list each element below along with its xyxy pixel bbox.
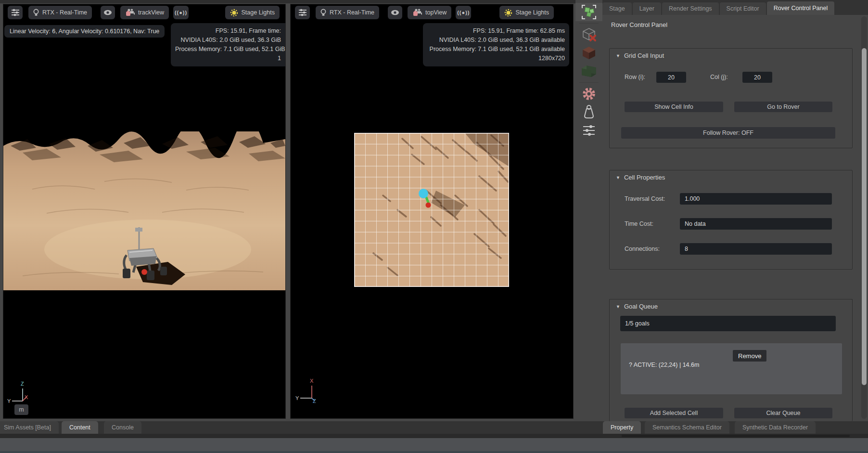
- collapse-triangle-icon[interactable]: ▼: [616, 304, 620, 309]
- stage-lights-label: Stage Lights: [516, 9, 549, 16]
- velocity-status-overlay: Linear Velocity: 6, Angular Velocity: 0.…: [4, 25, 165, 38]
- select-assets-button[interactable]: [575, 3, 602, 21]
- rover-position-marker: [141, 269, 147, 275]
- axis-y-label: Y: [295, 395, 299, 401]
- green-cube-icon: [581, 65, 597, 78]
- goal-list-item[interactable]: Remove ? ACTIVE: (22,24) | 14.6m: [621, 343, 842, 394]
- axis-x-label: X: [310, 378, 314, 384]
- viewport-trackview[interactable]: RTX - Real-Time trackView ((●)): [3, 4, 285, 418]
- brown-cube-icon: [581, 45, 597, 61]
- lightbulb-icon: [33, 9, 39, 17]
- stage-lights-button[interactable]: Stage Lights: [499, 6, 554, 19]
- viewport-topview[interactable]: RTX - Real-Time topView ((●)): [291, 4, 573, 418]
- section-header[interactable]: ▼ Grid Cell Input: [616, 52, 664, 59]
- stats-line-fps: FPS: 15.91, Frame time:: [175, 26, 281, 36]
- tab-console[interactable]: Console: [104, 421, 141, 434]
- section-goal-queue: ▼ Goal Queue 1/5 goals Remove ? ACTIVE: …: [609, 299, 853, 421]
- tab-semantics-schema-editor[interactable]: Semantics Schema Editor: [645, 421, 729, 434]
- tab-rover-control-panel[interactable]: Rover Control Panel: [767, 1, 835, 15]
- axis-gizmo: Y X Z: [294, 376, 323, 410]
- weight-icon: [582, 104, 596, 120]
- signal-button[interactable]: ((●)): [456, 6, 471, 19]
- panel-scrollbar-thumb[interactable]: [862, 48, 867, 385]
- visibility-button[interactable]: [101, 6, 115, 19]
- goal-marker: [419, 189, 428, 198]
- physics-side-toolbar: [575, 0, 603, 421]
- add-selected-cell-button[interactable]: Add Selected Cell: [625, 408, 723, 418]
- section-header-label: Cell Properties: [624, 174, 665, 181]
- window-bottom-edge: [0, 451, 868, 453]
- tab-property[interactable]: Property: [603, 421, 641, 434]
- cube-delete-icon: [581, 27, 597, 42]
- viewport-settings-button[interactable]: [8, 6, 23, 19]
- stats-line-gpu: NVIDIA L40S: 2.0 GiB used, 36.3 GiB avai…: [427, 36, 565, 45]
- unit-button[interactable]: m: [14, 404, 28, 415]
- stats-line-gpu: NVIDIA L40S: 2.0 GiB used, 36.3 GiB: [175, 36, 281, 45]
- content-browser-area: [0, 438, 868, 451]
- sliders-icon: [298, 9, 307, 16]
- tab-content[interactable]: Content: [62, 421, 98, 434]
- axis-z-label: Z: [21, 381, 24, 387]
- toolbar-separator: [579, 82, 599, 83]
- section-header-label: Grid Cell Input: [624, 52, 664, 59]
- stage-light-icon: [230, 9, 238, 17]
- signal-button[interactable]: ((●)): [173, 6, 189, 19]
- simulation-settings-button[interactable]: [575, 121, 602, 140]
- lightbulb-icon: [320, 9, 326, 17]
- tab-render-settings[interactable]: Render Settings: [662, 2, 719, 15]
- clear-queue-button[interactable]: Clear Queue: [734, 408, 832, 418]
- camera-icon: [412, 9, 422, 16]
- fps-stats-overlay: FPS: 15.91, Frame time: NVIDIA L40S: 2.0…: [171, 23, 285, 66]
- physics-settings-button[interactable]: [575, 85, 602, 103]
- fps-stats-overlay: FPS: 15.91, Frame time: 62.85 ms NVIDIA …: [423, 23, 569, 66]
- collapse-triangle-icon[interactable]: ▼: [616, 175, 620, 180]
- tab-sim-assets[interactable]: Sim Assets [Beta]: [0, 421, 59, 434]
- stage-lights-button[interactable]: Stage Lights: [225, 6, 280, 19]
- panel-tab-bar: Stage Layer Render Settings Script Edito…: [602, 0, 868, 15]
- rigid-body-button[interactable]: [575, 44, 602, 62]
- viewport-toolbar: RTX - Real-Time topView ((●)): [291, 6, 573, 20]
- select-assets-icon: [581, 4, 597, 20]
- mass-properties-button[interactable]: [575, 103, 602, 121]
- panel-scrollbar[interactable]: [861, 16, 867, 419]
- panel-title: Rover Control Panel: [611, 21, 667, 28]
- follow-rover-button[interactable]: Follow Rover: OFF: [621, 127, 835, 139]
- connections-field[interactable]: 8: [680, 243, 832, 255]
- tab-script-editor[interactable]: Script Editor: [720, 2, 766, 15]
- go-to-rover-button[interactable]: Go to Rover: [734, 102, 832, 112]
- row-input[interactable]: 20: [656, 72, 686, 83]
- stats-line-resolution: 1280x720: [427, 54, 565, 63]
- delete-prim-button[interactable]: [575, 26, 602, 44]
- time-cost-field[interactable]: No data: [680, 218, 832, 230]
- col-input[interactable]: 20: [742, 72, 772, 83]
- property-panel-hscrollbar[interactable]: [622, 435, 850, 437]
- section-header[interactable]: ▼ Cell Properties: [616, 174, 665, 181]
- rover-model: [122, 226, 187, 291]
- goal-item-text: ? ACTIVE: (22,24) | 14.6m: [629, 362, 699, 368]
- terrain-grid-map[interactable]: [354, 133, 509, 287]
- show-cell-info-button[interactable]: Show Cell Info: [625, 102, 723, 112]
- visibility-button[interactable]: [388, 6, 402, 19]
- tab-synthetic-data-recorder[interactable]: Synthetic Data Recorder: [735, 421, 816, 434]
- camera-icon: [125, 9, 135, 16]
- viewport-settings-button[interactable]: [295, 6, 310, 19]
- tab-stage[interactable]: Stage: [602, 2, 632, 15]
- camera-select-button[interactable]: trackView: [120, 6, 169, 19]
- axis-y-label: Y: [7, 398, 11, 404]
- collapse-triangle-icon[interactable]: ▼: [616, 53, 620, 58]
- traversal-cost-field[interactable]: 1.000: [680, 193, 832, 205]
- renderer-button[interactable]: RTX - Real-Time: [28, 6, 92, 19]
- renderer-button[interactable]: RTX - Real-Time: [316, 6, 379, 19]
- camera-label: topView: [425, 9, 447, 16]
- sliders-icon: [583, 125, 595, 136]
- tab-layer[interactable]: Layer: [633, 2, 661, 15]
- renderer-label: RTX - Real-Time: [330, 9, 374, 16]
- traversal-cost-label: Traversal Cost:: [625, 195, 665, 202]
- viewport-toolbar: RTX - Real-Time trackView ((●)): [3, 6, 285, 20]
- section-header[interactable]: ▼ Goal Queue: [616, 303, 658, 310]
- collider-button[interactable]: [575, 62, 602, 80]
- signal-icon: ((●)): [175, 10, 187, 15]
- section-header-label: Goal Queue: [624, 303, 658, 310]
- remove-goal-button[interactable]: Remove: [733, 350, 766, 362]
- camera-select-button[interactable]: topView: [408, 6, 451, 19]
